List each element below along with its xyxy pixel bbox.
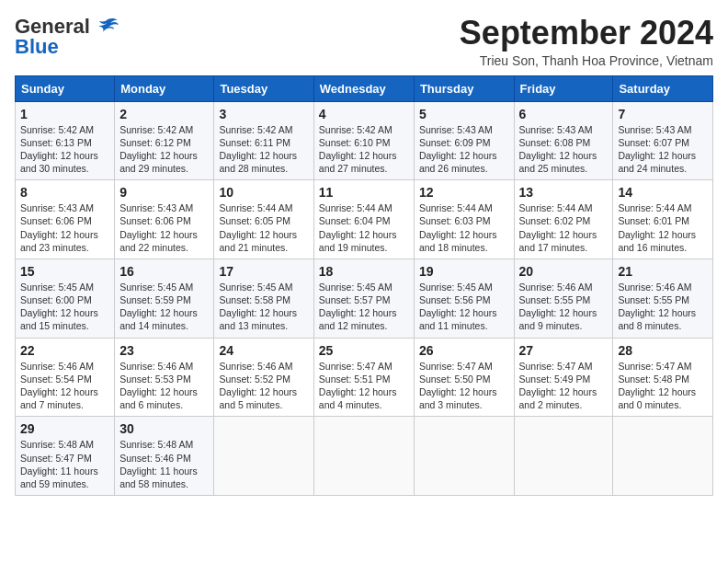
weekday-header-tuesday: Tuesday	[214, 75, 313, 101]
day-number: 15	[20, 264, 109, 279]
logo-blue-text: Blue	[15, 35, 59, 59]
calendar-day-cell: 29Sunrise: 5:48 AMSunset: 5:47 PMDayligh…	[16, 417, 115, 496]
title-block: September 2024 Trieu Son, Thanh Hoa Prov…	[460, 15, 713, 68]
calendar-day-cell: 24Sunrise: 5:46 AMSunset: 5:52 PMDayligh…	[214, 338, 313, 417]
day-number: 11	[319, 185, 409, 200]
day-number: 22	[20, 343, 109, 358]
day-number: 1	[20, 107, 109, 121]
day-info: Sunrise: 5:48 AMSunset: 5:47 PMDaylight:…	[20, 438, 109, 490]
day-number: 10	[219, 185, 308, 200]
day-number: 27	[519, 343, 609, 358]
day-number: 14	[618, 185, 708, 200]
calendar-day-cell: 15Sunrise: 5:45 AMSunset: 6:00 PMDayligh…	[16, 259, 115, 338]
day-info: Sunrise: 5:43 AMSunset: 6:06 PMDaylight:…	[119, 201, 209, 254]
calendar-day-cell: 2Sunrise: 5:42 AMSunset: 6:12 PMDaylight…	[115, 101, 214, 180]
day-info: Sunrise: 5:44 AMSunset: 6:05 PMDaylight:…	[219, 201, 308, 254]
calendar-day-cell: 9Sunrise: 5:43 AMSunset: 6:06 PMDaylight…	[115, 180, 214, 259]
day-info: Sunrise: 5:46 AMSunset: 5:55 PMDaylight:…	[618, 281, 708, 333]
calendar-day-cell: 22Sunrise: 5:46 AMSunset: 5:54 PMDayligh…	[16, 338, 115, 417]
weekday-header-saturday: Saturday	[613, 75, 713, 101]
calendar-week-row: 1Sunrise: 5:42 AMSunset: 6:13 PMDaylight…	[16, 101, 713, 180]
day-info: Sunrise: 5:47 AMSunset: 5:50 PMDaylight:…	[419, 360, 509, 412]
calendar-day-cell: 28Sunrise: 5:47 AMSunset: 5:48 PMDayligh…	[613, 338, 713, 417]
calendar-day-cell: 6Sunrise: 5:43 AMSunset: 6:08 PMDaylight…	[514, 101, 613, 180]
weekday-header-row: SundayMondayTuesdayWednesdayThursdayFrid…	[16, 75, 713, 101]
calendar-day-cell: 21Sunrise: 5:46 AMSunset: 5:55 PMDayligh…	[613, 259, 713, 338]
empty-day-cell	[613, 417, 713, 496]
calendar-day-cell: 10Sunrise: 5:44 AMSunset: 6:05 PMDayligh…	[214, 180, 313, 259]
calendar-day-cell: 12Sunrise: 5:44 AMSunset: 6:03 PMDayligh…	[414, 180, 514, 259]
empty-day-cell	[414, 417, 514, 496]
calendar-day-cell: 1Sunrise: 5:42 AMSunset: 6:13 PMDaylight…	[16, 101, 115, 180]
logo-bird-icon	[94, 17, 119, 37]
day-number: 30	[119, 421, 209, 436]
day-number: 26	[419, 343, 509, 358]
day-number: 8	[20, 185, 109, 200]
day-info: Sunrise: 5:46 AMSunset: 5:54 PMDaylight:…	[20, 360, 109, 412]
day-number: 19	[419, 264, 509, 279]
calendar-day-cell: 8Sunrise: 5:43 AMSunset: 6:06 PMDaylight…	[16, 180, 115, 259]
day-number: 18	[319, 264, 409, 279]
day-info: Sunrise: 5:42 AMSunset: 6:11 PMDaylight:…	[219, 123, 308, 176]
day-info: Sunrise: 5:47 AMSunset: 5:49 PMDaylight:…	[519, 360, 609, 412]
day-info: Sunrise: 5:45 AMSunset: 5:58 PMDaylight:…	[219, 281, 308, 333]
day-info: Sunrise: 5:47 AMSunset: 5:51 PMDaylight:…	[319, 360, 409, 412]
weekday-header-sunday: Sunday	[16, 75, 115, 101]
calendar-day-cell: 23Sunrise: 5:46 AMSunset: 5:53 PMDayligh…	[115, 338, 214, 417]
day-info: Sunrise: 5:44 AMSunset: 6:01 PMDaylight:…	[618, 201, 708, 254]
day-info: Sunrise: 5:43 AMSunset: 6:08 PMDaylight:…	[519, 123, 609, 176]
calendar-table: SundayMondayTuesdayWednesdayThursdayFrid…	[15, 75, 713, 496]
calendar-day-cell: 19Sunrise: 5:45 AMSunset: 5:56 PMDayligh…	[414, 259, 514, 338]
day-info: Sunrise: 5:47 AMSunset: 5:48 PMDaylight:…	[618, 360, 708, 412]
day-info: Sunrise: 5:45 AMSunset: 5:56 PMDaylight:…	[419, 281, 509, 333]
month-title: September 2024	[460, 15, 713, 52]
day-number: 12	[419, 185, 509, 200]
day-number: 7	[618, 107, 708, 121]
day-info: Sunrise: 5:44 AMSunset: 6:02 PMDaylight:…	[519, 201, 609, 254]
weekday-header-wednesday: Wednesday	[313, 75, 414, 101]
calendar-day-cell: 14Sunrise: 5:44 AMSunset: 6:01 PMDayligh…	[613, 180, 713, 259]
day-number: 9	[119, 185, 209, 200]
calendar-day-cell: 4Sunrise: 5:42 AMSunset: 6:10 PMDaylight…	[313, 101, 414, 180]
logo: General Blue	[15, 15, 119, 59]
calendar-day-cell: 26Sunrise: 5:47 AMSunset: 5:50 PMDayligh…	[414, 338, 514, 417]
day-number: 29	[20, 421, 109, 436]
day-number: 17	[219, 264, 308, 279]
calendar-day-cell: 27Sunrise: 5:47 AMSunset: 5:49 PMDayligh…	[514, 338, 613, 417]
calendar-day-cell: 30Sunrise: 5:48 AMSunset: 5:46 PMDayligh…	[115, 417, 214, 496]
day-info: Sunrise: 5:45 AMSunset: 5:57 PMDaylight:…	[319, 281, 409, 333]
day-info: Sunrise: 5:42 AMSunset: 6:10 PMDaylight:…	[319, 123, 409, 176]
day-info: Sunrise: 5:43 AMSunset: 6:07 PMDaylight:…	[618, 123, 708, 176]
day-number: 5	[419, 107, 509, 121]
day-number: 4	[319, 107, 409, 121]
day-info: Sunrise: 5:46 AMSunset: 5:52 PMDaylight:…	[219, 360, 308, 412]
day-info: Sunrise: 5:46 AMSunset: 5:55 PMDaylight:…	[519, 281, 609, 333]
calendar-week-row: 8Sunrise: 5:43 AMSunset: 6:06 PMDaylight…	[16, 180, 713, 259]
weekday-header-friday: Friday	[514, 75, 613, 101]
calendar-day-cell: 18Sunrise: 5:45 AMSunset: 5:57 PMDayligh…	[313, 259, 414, 338]
calendar-week-row: 29Sunrise: 5:48 AMSunset: 5:47 PMDayligh…	[16, 417, 713, 496]
calendar-day-cell: 20Sunrise: 5:46 AMSunset: 5:55 PMDayligh…	[514, 259, 613, 338]
day-number: 28	[618, 343, 708, 358]
day-number: 23	[119, 343, 209, 358]
day-number: 24	[219, 343, 308, 358]
day-info: Sunrise: 5:46 AMSunset: 5:53 PMDaylight:…	[119, 360, 209, 412]
calendar-day-cell: 17Sunrise: 5:45 AMSunset: 5:58 PMDayligh…	[214, 259, 313, 338]
empty-day-cell	[313, 417, 414, 496]
day-info: Sunrise: 5:44 AMSunset: 6:04 PMDaylight:…	[319, 201, 409, 254]
day-number: 13	[519, 185, 609, 200]
calendar-week-row: 15Sunrise: 5:45 AMSunset: 6:00 PMDayligh…	[16, 259, 713, 338]
calendar-day-cell: 7Sunrise: 5:43 AMSunset: 6:07 PMDaylight…	[613, 101, 713, 180]
day-info: Sunrise: 5:43 AMSunset: 6:09 PMDaylight:…	[419, 123, 509, 176]
day-info: Sunrise: 5:44 AMSunset: 6:03 PMDaylight:…	[419, 201, 509, 254]
calendar-week-row: 22Sunrise: 5:46 AMSunset: 5:54 PMDayligh…	[16, 338, 713, 417]
day-number: 20	[519, 264, 609, 279]
day-number: 6	[519, 107, 609, 121]
weekday-header-thursday: Thursday	[414, 75, 514, 101]
page-header: General Blue September 2024 Trieu Son, T…	[15, 15, 713, 68]
day-number: 25	[319, 343, 409, 358]
day-info: Sunrise: 5:45 AMSunset: 6:00 PMDaylight:…	[20, 281, 109, 333]
day-info: Sunrise: 5:45 AMSunset: 5:59 PMDaylight:…	[119, 281, 209, 333]
calendar-day-cell: 5Sunrise: 5:43 AMSunset: 6:09 PMDaylight…	[414, 101, 514, 180]
day-number: 2	[119, 107, 209, 121]
